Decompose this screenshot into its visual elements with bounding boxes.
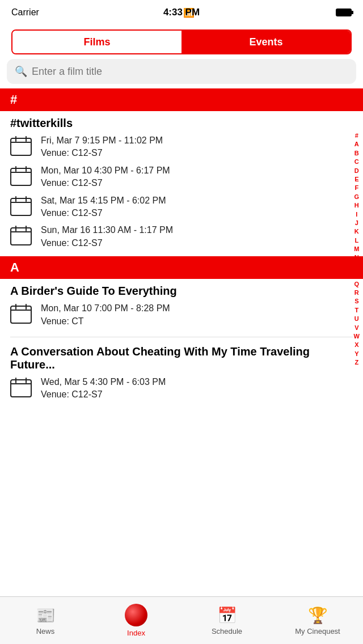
screening-row: Wed, Mar 5 4:30 PM - 6:03 PMVenue: C12-S… — [10, 376, 353, 401]
screening-row: Mon, Mar 10 4:30 PM - 6:17 PMVenue: C12-… — [10, 164, 353, 190]
tab-label-mycinequest: My Cinequest — [295, 627, 340, 635]
section-header-#: # — [0, 88, 363, 111]
screening-info: Mon, Mar 10 7:00 PM - 8:28 PMVenue: CT — [41, 302, 170, 328]
az-sidebar: #ABCDEFGHIJKLMNOPQRSTUVWXYZ — [351, 130, 363, 368]
tab-item-schedule[interactable]: 📅 Schedule — [182, 606, 272, 635]
screening-datetime: Wed, Mar 5 4:30 PM - 6:03 PM — [41, 376, 166, 388]
section-header-A: A — [0, 256, 363, 279]
film-title: #twitterkills — [10, 117, 353, 130]
svg-rect-8 — [11, 198, 31, 215]
film-entry[interactable]: A Conversation About Cheating With My Ti… — [0, 340, 363, 408]
az-item-S[interactable]: S — [353, 297, 360, 306]
az-item-D[interactable]: D — [353, 167, 360, 175]
battery-icon — [336, 9, 352, 16]
film-entry[interactable]: A Birder's Guide To Everything Mon, Mar … — [0, 279, 363, 334]
calendar-icon — [10, 166, 35, 188]
calendar-icon — [10, 225, 35, 248]
status-time: 4:33 PM — [163, 7, 200, 18]
screening-info: Sat, Mar 15 4:15 PM - 6:02 PMVenue: C12-… — [41, 194, 166, 220]
calendar-icon — [10, 303, 35, 326]
svg-rect-21 — [11, 383, 31, 384]
az-item-G[interactable]: G — [353, 193, 361, 201]
az-item-P[interactable]: P — [353, 271, 360, 279]
tab-events[interactable]: Events — [182, 31, 351, 53]
az-item-E[interactable]: E — [353, 175, 360, 184]
screening-info: Sun, Mar 16 11:30 AM - 1:17 PMVenue: C12… — [41, 224, 173, 249]
tab-item-index[interactable]: Index — [91, 604, 182, 637]
screening-info: Fri, Mar 7 9:15 PM - 11:02 PMVenue: C12-… — [41, 134, 163, 160]
carrier-label: Carrier — [11, 7, 39, 18]
status-bar: Carrier 📶 4:33 PM — [0, 0, 363, 25]
index-icon — [125, 604, 147, 626]
screening-datetime: Sun, Mar 16 11:30 AM - 1:17 PM — [41, 224, 173, 236]
screening-info: Wed, Mar 5 4:30 PM - 6:03 PMVenue: C12-S… — [41, 376, 166, 401]
az-item-C[interactable]: C — [353, 158, 360, 166]
az-item-K[interactable]: K — [353, 227, 360, 236]
az-item-Z[interactable]: Z — [353, 358, 360, 367]
svg-rect-0 — [11, 138, 31, 155]
screening-datetime: Sat, Mar 15 4:15 PM - 6:02 PM — [41, 194, 166, 207]
tab-label-schedule: Schedule — [212, 627, 242, 635]
tab-label-index: Index — [127, 629, 145, 637]
svg-rect-5 — [11, 172, 31, 173]
film-entry[interactable]: #twitterkills Fri, Mar 7 9:15 PM - 11:02… — [0, 111, 363, 256]
tab-item-mycinequest[interactable]: 🏆 My Cinequest — [272, 606, 363, 635]
search-input[interactable] — [32, 66, 348, 78]
az-item-W[interactable]: W — [353, 332, 361, 341]
screening-row: Sun, Mar 16 11:30 AM - 1:17 PMVenue: C12… — [10, 224, 353, 249]
az-item-B[interactable]: B — [353, 149, 360, 158]
svg-rect-9 — [11, 202, 31, 203]
svg-rect-13 — [11, 231, 31, 232]
svg-rect-1 — [11, 142, 31, 143]
calendar-icon — [10, 196, 35, 218]
tab-item-news[interactable]: 📰 News — [0, 606, 91, 635]
az-item-T[interactable]: T — [353, 306, 360, 315]
az-item-L[interactable]: L — [353, 236, 360, 245]
screening-datetime: Mon, Mar 10 4:30 PM - 6:17 PM — [41, 164, 170, 177]
az-item-Q[interactable]: Q — [353, 280, 361, 289]
az-item-M[interactable]: M — [353, 245, 360, 253]
status-right — [336, 9, 352, 16]
az-item-#[interactable]: # — [354, 132, 360, 140]
trophy-icon: 🏆 — [308, 606, 328, 625]
az-item-J[interactable]: J — [354, 219, 360, 227]
screening-venue: Venue: C12-S7 — [41, 147, 163, 159]
screening-venue: Venue: C12-S7 — [41, 177, 170, 189]
az-item-X[interactable]: X — [353, 341, 360, 349]
search-bar: 🔍 — [7, 59, 356, 84]
az-item-I[interactable]: I — [354, 210, 358, 219]
search-icon: 🔍 — [15, 65, 27, 78]
svg-rect-16 — [11, 306, 31, 323]
screening-row: Mon, Mar 10 7:00 PM - 8:28 PMVenue: CT — [10, 302, 353, 328]
svg-rect-4 — [11, 168, 31, 185]
screening-row: Sat, Mar 15 4:15 PM - 6:02 PMVenue: C12-… — [10, 194, 353, 220]
film-title: A Conversation About Cheating With My Ti… — [10, 345, 353, 371]
az-item-F[interactable]: F — [353, 184, 360, 192]
svg-rect-12 — [11, 228, 31, 245]
calendar-icon — [10, 377, 35, 400]
screening-venue: Venue: C12-S7 — [41, 237, 173, 249]
screening-venue: Venue: C12-S7 — [41, 388, 166, 401]
screening-info: Mon, Mar 10 4:30 PM - 6:17 PMVenue: C12-… — [41, 164, 170, 190]
screening-venue: Venue: CT — [41, 315, 170, 328]
az-item-U[interactable]: U — [353, 315, 360, 323]
screening-datetime: Fri, Mar 7 9:15 PM - 11:02 PM — [41, 134, 163, 147]
news-icon: 📰 — [36, 606, 56, 625]
screening-venue: Venue: C12-S7 — [41, 207, 166, 219]
film-title: A Birder's Guide To Everything — [10, 285, 353, 298]
az-item-R[interactable]: R — [353, 289, 360, 297]
az-item-V[interactable]: V — [353, 324, 360, 332]
az-item-A[interactable]: A — [353, 140, 360, 149]
screening-datetime: Mon, Mar 10 7:00 PM - 8:28 PM — [41, 302, 170, 315]
az-item-H[interactable]: H — [353, 201, 360, 210]
az-item-Y[interactable]: Y — [353, 350, 360, 358]
tab-films[interactable]: Films — [12, 31, 182, 53]
screening-row: Fri, Mar 7 9:15 PM - 11:02 PMVenue: C12-… — [10, 134, 353, 160]
az-item-O[interactable]: O — [353, 262, 361, 271]
az-item-N[interactable]: N — [353, 253, 360, 262]
schedule-icon: 📅 — [217, 606, 237, 625]
svg-rect-20 — [11, 380, 31, 397]
svg-rect-17 — [11, 310, 31, 311]
main-content: ##twitterkills Fri, Mar 7 9:15 PM - 11:0… — [0, 88, 363, 459]
tab-label-news: News — [36, 627, 55, 635]
